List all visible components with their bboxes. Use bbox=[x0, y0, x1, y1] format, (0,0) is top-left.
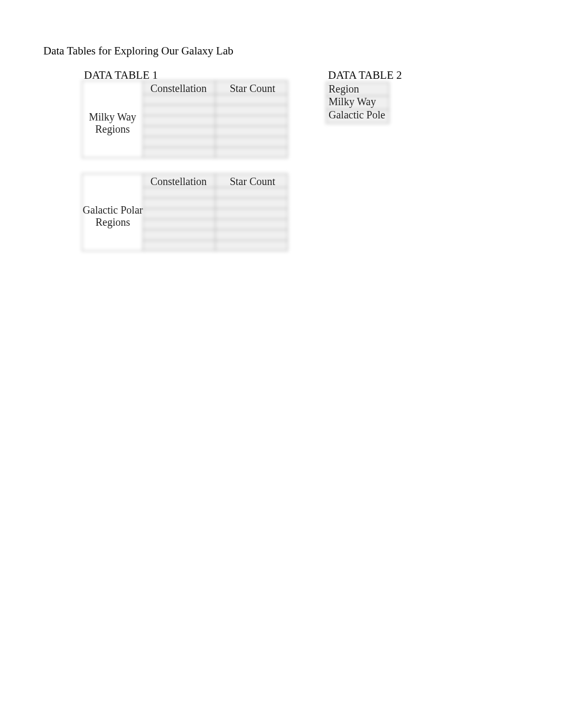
table-cell bbox=[143, 219, 216, 230]
row-header-milky-way bbox=[82, 81, 143, 158]
table-cell bbox=[216, 126, 288, 137]
table-cell bbox=[143, 105, 216, 116]
page-title: Data Tables for Exploring Our Galaxy Lab bbox=[43, 44, 233, 58]
table-cell bbox=[143, 241, 216, 251]
table2-milky-way bbox=[326, 96, 389, 110]
table-cell bbox=[216, 116, 288, 126]
table2-table bbox=[326, 82, 389, 124]
table-cell bbox=[143, 198, 216, 209]
table-cell bbox=[216, 137, 288, 148]
table1-section1-table bbox=[82, 80, 288, 158]
table2 bbox=[326, 82, 389, 124]
col-constellation bbox=[143, 174, 216, 188]
table-cell bbox=[143, 148, 216, 158]
table-cell bbox=[143, 116, 216, 126]
table-cell bbox=[216, 95, 288, 105]
table-cell bbox=[143, 209, 216, 219]
table-cell bbox=[143, 230, 216, 241]
table2-region bbox=[326, 82, 389, 96]
table-cell bbox=[216, 198, 288, 209]
table-cell bbox=[216, 230, 288, 241]
table-cell bbox=[216, 105, 288, 116]
table2-label: DATA TABLE 2 bbox=[328, 69, 402, 82]
table-cell bbox=[216, 209, 288, 219]
table1-section2-table bbox=[82, 173, 288, 251]
table-cell bbox=[216, 188, 288, 198]
table-cell bbox=[143, 126, 216, 137]
table2-galactic-pole bbox=[326, 110, 389, 124]
table-cell bbox=[143, 188, 216, 198]
col-star-count bbox=[216, 81, 288, 95]
col-constellation bbox=[143, 81, 216, 95]
table1-milky-way bbox=[82, 80, 288, 158]
col-star-count bbox=[216, 174, 288, 188]
row-header-galactic-polar bbox=[82, 174, 143, 251]
table-cell bbox=[216, 219, 288, 230]
table-cell bbox=[143, 137, 216, 148]
table-cell bbox=[143, 95, 216, 105]
table1-galactic-polar bbox=[82, 173, 288, 251]
table-cell bbox=[216, 148, 288, 158]
table-cell bbox=[216, 241, 288, 251]
